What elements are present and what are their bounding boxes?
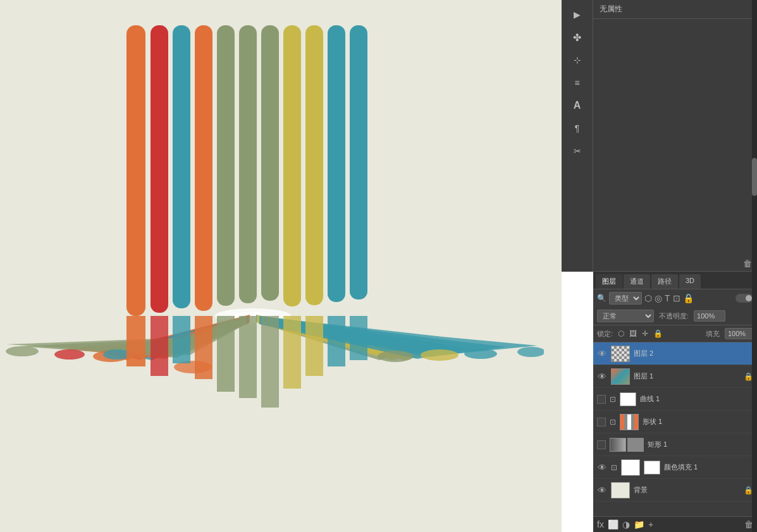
svg-rect-34	[126, 316, 145, 366]
filter-type-select[interactable]: 类型	[609, 292, 642, 305]
layer-name-shape1: 形状 1	[643, 417, 753, 426]
adj-layer-icon[interactable]: ◑	[622, 519, 630, 529]
layer-name-rect1: 矩形 1	[648, 440, 753, 449]
layer-name-layer2: 图层 2	[634, 349, 753, 358]
svg-rect-9	[328, 25, 345, 302]
mask-fill1	[644, 461, 660, 475]
warp-icon[interactable]: ⊹	[566, 51, 589, 70]
new-layer-icon[interactable]: +	[648, 519, 653, 529]
layer-name-layer1: 图层 1	[634, 372, 740, 381]
layer-item-fill1[interactable]: 👁 ⊡ 颜色填充 1	[593, 456, 757, 479]
add-style-icon[interactable]: fx	[597, 519, 604, 529]
scrollbar-thumb[interactable]	[752, 158, 757, 196]
folder-icon[interactable]: 📁	[634, 519, 644, 529]
layer-item-curve1[interactable]: ⊡ 曲线 1	[593, 388, 757, 411]
svg-rect-8	[305, 25, 323, 305]
thumbnail-fill1	[621, 459, 640, 476]
trash-icon[interactable]: 🗑	[743, 258, 752, 269]
thumbnail-layer2	[611, 346, 630, 362]
svg-rect-40	[261, 316, 279, 408]
visibility-layer2[interactable]: 👁	[597, 349, 607, 359]
adj-icon-curve1: ⊡	[610, 395, 616, 404]
align-icon[interactable]: ≡	[566, 73, 589, 92]
vis-checkbox-curve1[interactable]	[597, 395, 606, 404]
svg-rect-37	[195, 316, 212, 379]
misc-icon[interactable]: ✂	[566, 142, 589, 160]
svg-rect-4	[217, 25, 235, 306]
svg-rect-35	[151, 316, 168, 376]
filter-icon: 🔍	[597, 294, 606, 303]
thumb-rect-a	[610, 438, 626, 452]
svg-point-30	[378, 351, 413, 362]
lock-row: 锁定: ⬡ 🖼 ✛ 🔒 填充	[593, 325, 757, 342]
layer-item-bg[interactable]: 👁 背景 🔒	[593, 479, 757, 502]
blend-row: 正常 不透明度:	[593, 307, 757, 325]
lock-all-icon[interactable]: 🔒	[653, 329, 663, 338]
right-scrollbar	[752, 0, 757, 532]
type-icon[interactable]: A	[566, 96, 589, 115]
layer-item-layer2[interactable]: 👁 图层 2	[593, 342, 757, 365]
vis-checkbox-shape1[interactable]	[597, 418, 606, 426]
layer-name-bg: 背景	[634, 485, 740, 495]
svg-rect-10	[350, 25, 367, 299]
filter-icon-3[interactable]: T	[665, 293, 670, 303]
svg-rect-36	[173, 316, 190, 363]
svg-rect-7	[283, 25, 301, 306]
fill-label: 填充	[706, 329, 720, 339]
filter-icon-2[interactable]: ◎	[655, 293, 662, 303]
layer-item-layer1[interactable]: 👁 图层 1 🔒	[593, 365, 757, 388]
svg-rect-44	[350, 316, 367, 360]
canvas-area	[0, 0, 562, 532]
blend-mode-select[interactable]: 正常	[597, 310, 654, 322]
paragraph-icon[interactable]: ¶	[566, 119, 589, 138]
filter-toggle[interactable]	[735, 294, 753, 303]
thumbnail-layer1	[611, 368, 630, 385]
tab-channels[interactable]: 通道	[624, 274, 650, 289]
visibility-bg[interactable]: 👁	[597, 485, 607, 495]
thumbnail-bg	[611, 482, 630, 499]
svg-point-33	[517, 347, 544, 357]
svg-point-31	[421, 349, 459, 361]
svg-point-32	[464, 349, 497, 359]
right-panel: 无属性 🗑 图层 通道 路径 3D 🔍 类型 ⬡ ◎ T ⊡ 🔒	[593, 0, 757, 532]
svg-rect-5	[239, 25, 257, 303]
tab-layers[interactable]: 图层	[596, 274, 622, 289]
filter-icon-1[interactable]: ⬡	[644, 293, 652, 303]
layer-name-curve1: 曲线 1	[640, 394, 753, 404]
svg-rect-41	[283, 316, 301, 389]
add-mask-icon[interactable]: ⬜	[608, 519, 619, 529]
properties-panel: 无属性 🗑	[593, 0, 757, 272]
puppet-warp-icon[interactable]: ✤	[566, 28, 589, 47]
layers-list: 👁 图层 2 👁 图层 1 🔒 ⊡ 曲线 1 ⊡	[593, 342, 757, 516]
lock-position-icon[interactable]: ✛	[642, 329, 648, 338]
vis-checkbox-rect1[interactable]	[597, 440, 606, 449]
svg-rect-6	[261, 25, 279, 301]
svg-rect-0	[126, 25, 145, 316]
tab-paths[interactable]: 路径	[651, 274, 678, 289]
lock-image-icon[interactable]: 🖼	[629, 329, 637, 338]
play-icon[interactable]: ▶	[566, 5, 589, 24]
svg-rect-42	[305, 316, 323, 376]
fill-input[interactable]	[725, 328, 753, 339]
layer-item-shape1[interactable]: ⊡ 形状 1	[593, 411, 757, 433]
adj-icon-shape1: ⊡	[610, 418, 616, 426]
opacity-input[interactable]	[694, 310, 725, 322]
thumbnail-shape1	[620, 414, 639, 430]
layer-item-rect1[interactable]: 矩形 1	[593, 433, 757, 456]
svg-point-26	[54, 349, 85, 360]
layers-panel: 图层 通道 路径 3D 🔍 类型 ⬡ ◎ T ⊡ 🔒 正常 不透	[593, 272, 757, 532]
lock-transparent-icon[interactable]: ⬡	[618, 329, 624, 338]
filter-icon-4[interactable]: ⊡	[673, 293, 680, 303]
opacity-label: 不透明度:	[659, 311, 689, 321]
visibility-fill1[interactable]: 👁	[597, 462, 607, 473]
adj-icon-fill1: ⊡	[611, 463, 617, 472]
svg-rect-39	[239, 316, 257, 398]
svg-rect-3	[195, 25, 212, 311]
filter-icon-5[interactable]: 🔒	[683, 293, 694, 303]
lock-label: 锁定:	[597, 329, 613, 339]
filter-row: 🔍 类型 ⬡ ◎ T ⊡ 🔒	[593, 289, 757, 307]
tab-3d[interactable]: 3D	[679, 274, 701, 289]
visibility-layer1[interactable]: 👁	[597, 372, 607, 382]
mask-thumb-curve1	[620, 392, 636, 406]
thumb-rect-b	[627, 438, 644, 452]
